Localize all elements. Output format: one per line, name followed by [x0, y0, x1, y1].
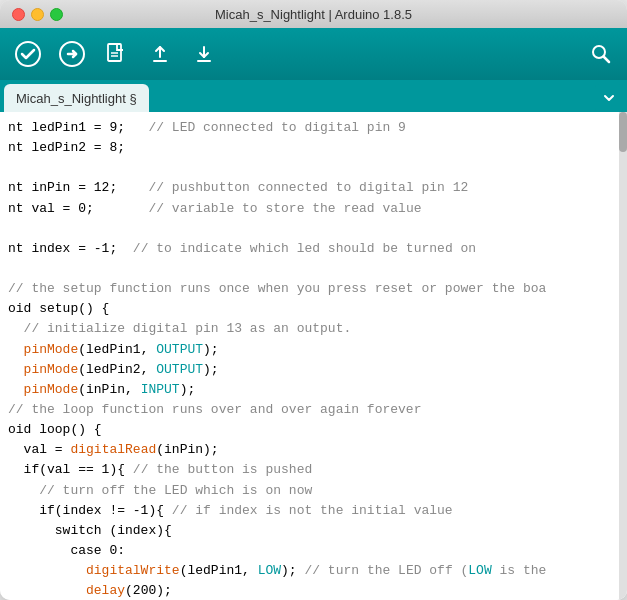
- code-line: if(index != -1){ // if index is not the …: [8, 501, 619, 521]
- code-line: nt ledPin2 = 8;: [8, 138, 619, 158]
- code-line: pinMode(ledPin1, OUTPUT);: [8, 340, 619, 360]
- open-icon: [148, 42, 172, 66]
- scroll-thumb[interactable]: [619, 112, 627, 152]
- code-line: pinMode(ledPin2, OUTPUT);: [8, 360, 619, 380]
- tab-label: Micah_s_Nightlight §: [16, 91, 137, 106]
- maximize-button[interactable]: [50, 8, 63, 21]
- close-button[interactable]: [12, 8, 25, 21]
- chevron-down-icon: [602, 91, 616, 105]
- code-line: // the setup function runs once when you…: [8, 279, 619, 299]
- code-line: digitalWrite(ledPin1, LOW); // turn the …: [8, 561, 619, 581]
- open-button[interactable]: [140, 34, 180, 74]
- code-line: // initialize digital pin 13 as an outpu…: [8, 319, 619, 339]
- code-line: if(val == 1){ // the button is pushed: [8, 460, 619, 480]
- search-button[interactable]: [583, 36, 619, 72]
- code-line: nt inPin = 12; // pushbutton connected t…: [8, 178, 619, 198]
- verify-icon: [15, 41, 41, 67]
- search-icon: [589, 42, 613, 66]
- code-line: [8, 219, 619, 239]
- code-line: nt val = 0; // variable to store the rea…: [8, 199, 619, 219]
- code-line: [8, 259, 619, 279]
- save-button[interactable]: [184, 34, 224, 74]
- minimize-button[interactable]: [31, 8, 44, 21]
- code-line: [8, 158, 619, 178]
- main-window: Micah_s_Nightlight | Arduino 1.8.5: [0, 0, 627, 600]
- upload-icon: [59, 41, 85, 67]
- verify-button[interactable]: [8, 34, 48, 74]
- code-line: val = digitalRead(inPin);: [8, 440, 619, 460]
- svg-line-8: [604, 57, 610, 63]
- code-line: oid setup() {: [8, 299, 619, 319]
- tab-dropdown-button[interactable]: [595, 84, 623, 112]
- code-line: oid loop() {: [8, 420, 619, 440]
- save-icon: [192, 42, 216, 66]
- code-editor[interactable]: nt ledPin1 = 9; // LED connected to digi…: [0, 112, 627, 600]
- upload-button[interactable]: [52, 34, 92, 74]
- code-line: switch (index){: [8, 521, 619, 541]
- title-bar: Micah_s_Nightlight | Arduino 1.8.5: [0, 0, 627, 28]
- code-line: nt ledPin1 = 9; // LED connected to digi…: [8, 118, 619, 138]
- tab-bar: Micah_s_Nightlight §: [0, 80, 627, 112]
- code-line: nt index = -1; // to indicate which led …: [8, 239, 619, 259]
- code-line: case 0:: [8, 541, 619, 561]
- scrollbar[interactable]: [619, 112, 627, 600]
- new-button[interactable]: [96, 34, 136, 74]
- traffic-lights: [12, 8, 63, 21]
- code-line: delay(200);: [8, 581, 619, 600]
- svg-point-0: [16, 42, 40, 66]
- code-container: nt ledPin1 = 9; // LED connected to digi…: [0, 112, 627, 600]
- toolbar-right: [583, 36, 619, 72]
- code-line: // the loop function runs over and over …: [8, 400, 619, 420]
- toolbar: [0, 28, 627, 80]
- window-title: Micah_s_Nightlight | Arduino 1.8.5: [215, 7, 412, 22]
- file-tab[interactable]: Micah_s_Nightlight §: [4, 84, 149, 112]
- code-line: pinMode(inPin, INPUT);: [8, 380, 619, 400]
- new-icon: [104, 42, 128, 66]
- code-line: // turn off the LED which is on now: [8, 481, 619, 501]
